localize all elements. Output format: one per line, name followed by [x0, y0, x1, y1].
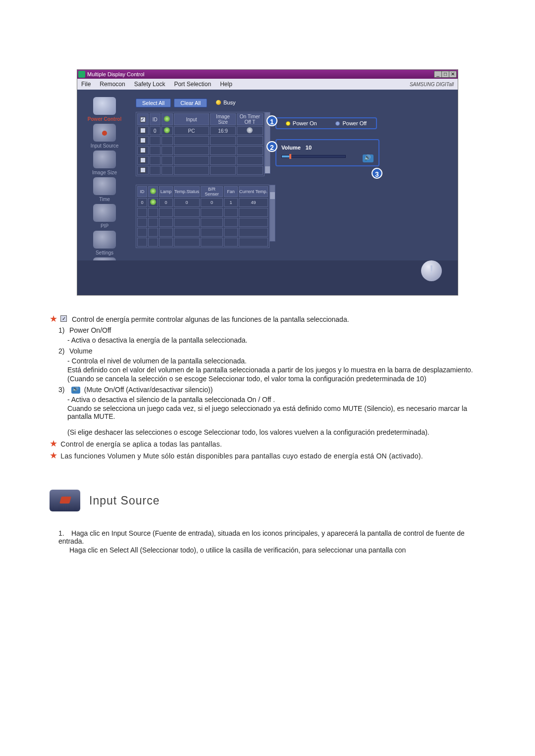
menubar: File Remocon Safety Lock Port Selection …: [77, 79, 458, 90]
table-row[interactable]: 0 0 0 0 1 49: [137, 198, 268, 207]
item3-b3: (Si elige deshacer las selecciones o esc…: [67, 428, 485, 436]
cell-id: 0: [137, 198, 147, 207]
cell-lamp: 0: [159, 198, 173, 207]
sec-num-1: 1.: [58, 529, 69, 537]
intro-text: Control de energía permite controlar alg…: [72, 315, 349, 323]
num-2: 2): [58, 347, 67, 355]
sidebar: Power Control Input Source Image Size Ti…: [82, 97, 127, 282]
cell-input: PC: [174, 126, 210, 135]
menu-help[interactable]: Help: [220, 81, 232, 88]
sidebar-item-pip[interactable]: PIP: [85, 204, 124, 229]
radio-off-icon: [335, 121, 340, 126]
item3-b1: - Activa o desactiva el silencio de la p…: [67, 396, 485, 403]
menu-safety-lock[interactable]: Safety Lock: [134, 81, 165, 88]
window-titlebar: Multiple Display Control _ □ ✕: [77, 70, 458, 79]
callout-3: 3: [372, 168, 382, 179]
section2-item-1: 1. Haga clic en Input Source (Fuente de …: [58, 529, 485, 554]
item2-title: Volume: [69, 347, 93, 355]
sidebar-item-image-size[interactable]: Image Size: [85, 151, 124, 175]
table-row[interactable]: 0 PC 16:9: [137, 126, 263, 135]
power-panel: Power On Power Off: [275, 117, 377, 129]
item3-b2: Cuando se selecciona un juego cada vez, …: [67, 404, 485, 420]
volume-label: Volume: [281, 145, 301, 151]
scroll-thumb[interactable]: [270, 192, 275, 199]
scroll-thumb[interactable]: [265, 166, 270, 173]
star-icon: ★: [50, 440, 57, 447]
minimize-button[interactable]: _: [434, 71, 442, 78]
pip-icon: [93, 204, 116, 222]
status-on-icon: [164, 127, 170, 133]
row-checkbox[interactable]: [140, 148, 146, 153]
clear-all-button[interactable]: Clear All: [174, 99, 207, 107]
table-row[interactable]: [137, 228, 268, 237]
volume-slider[interactable]: [281, 155, 346, 158]
maximize-button[interactable]: □: [441, 71, 449, 78]
list-item-3: 3) (Mute On/Off (Activar/desactivar sile…: [58, 386, 485, 436]
row-checkbox[interactable]: [140, 167, 146, 173]
row-checkbox[interactable]: [140, 128, 146, 133]
power-on-option[interactable]: Power On: [286, 120, 317, 126]
col-br-senser: B/R Senser: [201, 186, 223, 197]
image-size-icon: [93, 151, 116, 168]
num-3: 3): [58, 386, 67, 394]
col-id: ID: [137, 186, 147, 197]
sidebar-item-time[interactable]: Time: [85, 177, 124, 202]
brand-label: SAMSUNG DIGITall: [410, 82, 454, 87]
slider-fill: [282, 155, 289, 157]
item3-after-icon: (Mute On/Off (Activar/desactivar silenci…: [84, 386, 213, 394]
note1-text: Control de energía se aplica a todas las…: [60, 440, 222, 448]
table-row[interactable]: [137, 166, 263, 175]
item1-body: - Activa o desactiva la energía de la pa…: [67, 336, 485, 344]
item1-title: Power On/Off: [69, 326, 111, 334]
power-on-label: Power On: [293, 120, 317, 126]
intro-note: ★ Control de energía permite controlar a…: [50, 315, 485, 323]
busy-label: Busy: [223, 100, 235, 105]
mute-button[interactable]: [363, 154, 374, 162]
power-off-option[interactable]: Power Off: [335, 120, 367, 126]
section2-item1a: Haga clic en Input Source (Fuente de ent…: [58, 529, 465, 545]
star-icon: ★: [50, 452, 57, 459]
table-row[interactable]: [137, 156, 263, 165]
app-icon: [78, 71, 85, 78]
table-row[interactable]: [137, 146, 263, 155]
cell-br-senser: 0: [201, 198, 223, 207]
cell-image-size: 16:9: [210, 126, 235, 135]
slider-knob[interactable]: [289, 154, 291, 159]
row-checkbox[interactable]: [140, 138, 146, 143]
col-id: ID: [150, 113, 161, 125]
mute-inline-icon: [71, 387, 80, 394]
table-row[interactable]: [137, 208, 268, 217]
sidebar-item-settings[interactable]: Settings: [85, 231, 124, 255]
header-checkbox[interactable]: [140, 117, 146, 122]
status-on-icon: [150, 199, 156, 205]
col-fan: Fan: [224, 186, 238, 197]
list-item-1: 1) Power On/Off - Activa o desactiva la …: [58, 326, 485, 344]
bold-note-2: ★ Las funciones Volumen y Mute sólo está…: [50, 452, 485, 460]
menu-file[interactable]: File: [81, 81, 91, 88]
col-status: [161, 113, 173, 125]
time-icon: [93, 177, 116, 195]
sidebar-item-label: Image Size: [85, 170, 124, 175]
power-icon: [93, 97, 116, 115]
select-all-button[interactable]: Select All: [136, 99, 171, 107]
section2-item1b: Haga clic en Select All (Seleccionar tod…: [69, 546, 406, 554]
table-row[interactable]: [137, 238, 268, 247]
sidebar-item-label: PIP: [85, 223, 124, 229]
close-button[interactable]: ✕: [449, 71, 457, 78]
input-source-icon: [93, 124, 116, 142]
checkbox-icon: [60, 315, 67, 322]
row-checkbox[interactable]: [140, 157, 146, 163]
info-icon[interactable]: [421, 260, 442, 281]
sidebar-item-power-control[interactable]: Power Control: [85, 97, 124, 122]
menu-remocon[interactable]: Remocon: [100, 81, 125, 88]
table-row[interactable]: [137, 218, 268, 227]
table-row[interactable]: [137, 136, 263, 145]
cell-id: 0: [150, 126, 161, 135]
status-table: ID Lamp Temp.Status B/R Senser Fan Curre…: [136, 185, 269, 248]
menu-port-selection[interactable]: Port Selection: [174, 81, 211, 88]
table2-scrollbar[interactable]: [269, 185, 275, 242]
radio-on-icon: [286, 121, 290, 126]
sidebar-item-input-source[interactable]: Input Source: [85, 124, 124, 149]
timer-off-icon: [247, 127, 253, 133]
item2-b2: Está definido con el valor del volumen d…: [67, 366, 485, 374]
